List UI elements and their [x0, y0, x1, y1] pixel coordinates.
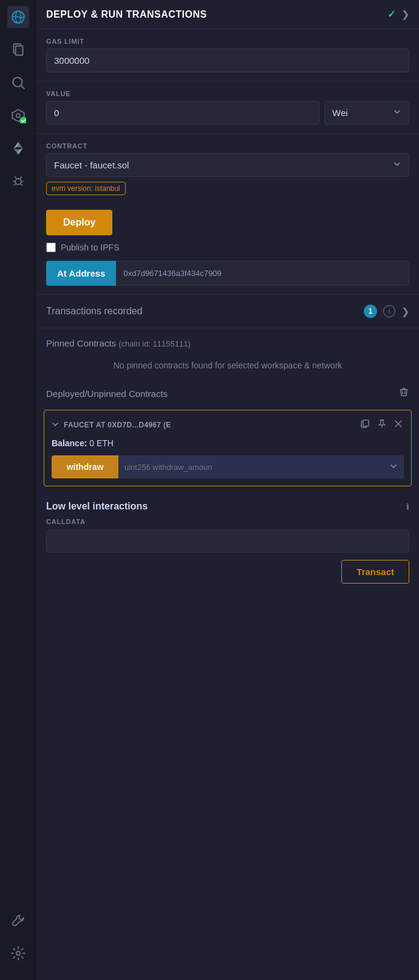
balance-label: Balance:: [52, 438, 87, 448]
low-level-section: Low level interactions ℹ CALLDATA Transa…: [36, 491, 419, 593]
gas-limit-section: GAS LIMIT: [36, 29, 419, 81]
balance-value: 0 ETH: [89, 438, 114, 448]
contract-chevron: [393, 160, 401, 170]
files-icon[interactable]: [7, 39, 29, 61]
deployed-contracts-label: Deployed/Unpinned Contracts: [46, 388, 168, 399]
transact-button[interactable]: Transact: [341, 560, 409, 584]
balance-row: Balance: 0 ETH: [52, 438, 404, 448]
gas-limit-label: GAS LIMIT: [46, 38, 409, 45]
contract-card-name: FAUCET AT 0XD7D...D4967 (E: [64, 421, 354, 429]
tools-icon[interactable]: [7, 909, 29, 931]
contract-label: CONTRACT: [46, 142, 409, 150]
contract-card-chevron[interactable]: [52, 420, 59, 430]
publish-row: Publish to IPFS: [46, 243, 409, 252]
header-icons: ✓ ❯: [387, 9, 409, 20]
info-symbol: i: [389, 308, 390, 315]
compiler-icon[interactable]: [7, 105, 29, 126]
at-address-row: At Address: [46, 261, 409, 286]
no-pinned-message: No pinned contracts found for selected w…: [36, 353, 419, 382]
transactions-chevron[interactable]: ❯: [401, 306, 409, 317]
pinned-contracts-label: Pinned Contracts: [46, 338, 116, 348]
contract-section: CONTRACT Faucet - faucet.sol evm version…: [36, 134, 419, 295]
unit-select[interactable]: Wei: [324, 101, 409, 125]
page-title: DEPLOY & RUN TRANSACTIONS: [46, 9, 207, 20]
sidebar: [0, 0, 36, 980]
calldata-input[interactable]: [46, 530, 409, 553]
debug-icon[interactable]: [7, 170, 29, 192]
evm-badge: evm version: istanbul: [46, 182, 126, 195]
gas-limit-input[interactable]: [46, 49, 409, 72]
transactions-label: Transactions recorded: [46, 306, 358, 317]
publish-label: Publish to IPFS: [61, 243, 120, 252]
at-address-button[interactable]: At Address: [46, 261, 116, 286]
transactions-count-badge: 1: [364, 305, 377, 318]
card-icons: [359, 418, 404, 432]
copy-address-button[interactable]: [359, 418, 371, 432]
withdraw-button[interactable]: withdraw: [52, 455, 118, 478]
calldata-label: CALLDATA: [46, 518, 409, 525]
pin-button[interactable]: [376, 418, 388, 432]
low-level-info-icon[interactable]: ℹ: [406, 502, 409, 511]
value-section: VALUE Wei: [36, 81, 419, 134]
chain-id: (chain id: 11155111): [118, 339, 191, 348]
withdraw-row: withdraw: [52, 455, 404, 478]
transactions-row[interactable]: Transactions recorded 1 i ❯: [36, 295, 419, 328]
header: DEPLOY & RUN TRANSACTIONS ✓ ❯: [36, 0, 419, 29]
value-input[interactable]: [46, 101, 319, 125]
gear-icon[interactable]: [7, 942, 29, 964]
expand-icon[interactable]: ❯: [401, 9, 409, 20]
svg-rect-3: [16, 46, 23, 55]
planet-icon[interactable]: [7, 6, 29, 28]
pinned-contracts-header: Pinned Contracts (chain id: 11155111): [36, 328, 419, 353]
value-row: Wei: [46, 101, 409, 125]
deploy-button[interactable]: Deploy: [46, 210, 112, 235]
publish-checkbox[interactable]: [46, 243, 56, 252]
main-panel: DEPLOY & RUN TRANSACTIONS ✓ ❯ GAS LIMIT …: [36, 0, 419, 980]
contract-select[interactable]: Faucet - faucet.sol: [46, 153, 409, 177]
contract-name: Faucet - faucet.sol: [54, 160, 129, 170]
transactions-info-icon[interactable]: i: [383, 305, 395, 317]
contract-card: FAUCET AT 0XD7D...D4967 (E: [44, 410, 412, 486]
deploy-nav-icon[interactable]: [7, 137, 29, 159]
unit-chevron: [393, 108, 401, 118]
low-level-title: Low level interactions: [46, 501, 148, 512]
value-label: VALUE: [46, 90, 409, 97]
check-icon: ✓: [387, 9, 395, 20]
trash-icon[interactable]: [398, 387, 409, 400]
low-level-header: Low level interactions ℹ: [46, 501, 409, 512]
svg-rect-10: [363, 420, 369, 426]
at-address-input[interactable]: [116, 261, 409, 286]
svg-point-6: [16, 114, 21, 118]
deployed-contracts-header: Deployed/Unpinned Contracts: [36, 382, 419, 405]
contract-card-header: FAUCET AT 0XD7D...D4967 (E: [52, 418, 404, 432]
svg-point-8: [16, 951, 21, 956]
close-card-button[interactable]: [393, 418, 404, 432]
withdraw-dropdown[interactable]: [384, 455, 404, 478]
withdraw-input[interactable]: [118, 455, 384, 478]
sidebar-bottom: [7, 909, 29, 974]
search-icon[interactable]: [7, 72, 29, 94]
unit-label: Wei: [332, 108, 348, 118]
